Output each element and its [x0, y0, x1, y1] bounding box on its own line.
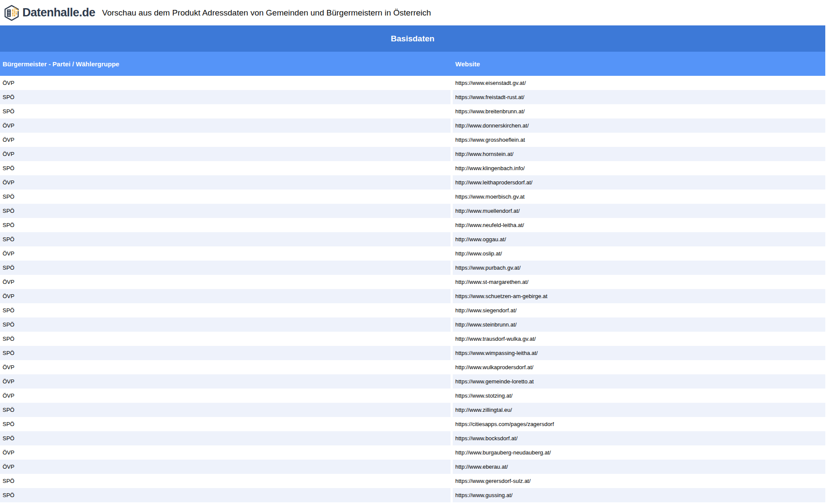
party-cell: ÖVP [0, 289, 453, 303]
table-row: SPÖ https://citiesapps.com/pages/zagersd… [0, 417, 825, 431]
website-cell: https://www.purbach.gv.at/ [453, 261, 825, 275]
scrollbar-track[interactable] [825, 0, 827, 504]
table-row: SPÖ https://www.breitenbrunn.at/ [0, 104, 825, 118]
table-row: SPÖ https://www.gerersdorf-sulz.at/ [0, 474, 825, 488]
website-cell: https://www.gussing.at/ [453, 488, 825, 502]
party-cell: SPÖ [0, 474, 453, 488]
column-header-website: Website [453, 52, 825, 76]
party-cell: ÖVP [0, 389, 453, 403]
website-cell: http://www.zillingtal.eu/ [453, 403, 825, 417]
party-cell: ÖVP [0, 76, 453, 90]
table-row: SPÖ https://www.wimpassing-leitha.at/ [0, 346, 825, 360]
website-cell: https://www.breitenbrunn.at/ [453, 104, 825, 118]
party-cell: SPÖ [0, 261, 453, 275]
website-cell: http://www.st-margarethen.at/ [453, 275, 825, 289]
table-row: ÖVP https://www.eisenstadt.gv.at/ [0, 76, 825, 90]
party-cell: SPÖ [0, 488, 453, 502]
party-cell: SPÖ [0, 332, 453, 346]
page: Datenhalle.de Vorschau aus dem Produkt A… [0, 0, 827, 504]
datenhalle-logo[interactable]: Datenhalle.de [3, 5, 95, 21]
party-cell: SPÖ [0, 431, 453, 445]
table-row: SPÖ https://www.freistadt-rust.at/ [0, 90, 825, 104]
website-cell: https://www.wimpassing-leitha.at/ [453, 346, 825, 360]
party-cell: ÖVP [0, 374, 453, 389]
website-cell: https://www.freistadt-rust.at/ [453, 90, 825, 104]
section-band-label: Basisdaten [391, 34, 434, 44]
website-cell: https://www.schuetzen-am-gebirge.at [453, 289, 825, 303]
table-row: SPÖ https://www.purbach.gv.at/ [0, 261, 825, 275]
table-row: SPÖ http://www.muellendorf.at/ [0, 204, 825, 218]
website-cell: https://www.gerersdorf-sulz.at/ [453, 474, 825, 488]
party-cell: SPÖ [0, 232, 453, 246]
party-cell: SPÖ [0, 403, 453, 417]
table-row: ÖVP https://www.grosshoeflein.at [0, 133, 825, 147]
party-cell: ÖVP [0, 133, 453, 147]
table-row: SPÖ https://www.bocksdorf.at/ [0, 431, 825, 445]
table-row: SPÖ http://www.oggau.at/ [0, 232, 825, 246]
website-cell: http://www.hornstein.at/ [453, 147, 825, 161]
table-row: ÖVP http://www.donnerskirchen.at/ [0, 118, 825, 133]
table-row: ÖVP https://www.stotzing.at/ [0, 389, 825, 403]
preview-table: Bürgermeister - Partei / Wählergruppe We… [0, 52, 825, 502]
party-cell: SPÖ [0, 303, 453, 317]
party-cell: SPÖ [0, 204, 453, 218]
table-row: ÖVP https://www.gemeinde-loretto.at [0, 374, 825, 389]
party-cell: SPÖ [0, 417, 453, 431]
table-row: ÖVP http://www.st-margarethen.at/ [0, 275, 825, 289]
table-row: ÖVP http://www.hornstein.at/ [0, 147, 825, 161]
website-cell: http://www.donnerskirchen.at/ [453, 118, 825, 133]
table-row: SPÖ http://www.steinbrunn.at/ [0, 317, 825, 332]
table-row: ÖVP http://www.burgauberg-neudauberg.at/ [0, 445, 825, 460]
table-row: SPÖ https://www.gussing.at/ [0, 488, 825, 502]
column-header-partei: Bürgermeister - Partei / Wählergruppe [0, 52, 453, 76]
website-cell: https://www.moerbisch.gv.at [453, 190, 825, 204]
table-row: ÖVP https://www.schuetzen-am-gebirge.at [0, 289, 825, 303]
party-cell: ÖVP [0, 460, 453, 474]
website-cell: http://www.muellendorf.at/ [453, 204, 825, 218]
website-cell: http://www.klingenbach.info/ [453, 161, 825, 175]
website-cell: http://www.burgauberg-neudauberg.at/ [453, 445, 825, 460]
website-cell: http://www.siegendorf.at/ [453, 303, 825, 317]
website-cell: http://www.eberau.at/ [453, 460, 825, 474]
party-cell: SPÖ [0, 190, 453, 204]
website-cell: http://www.trausdorf-wulka.gv.at/ [453, 332, 825, 346]
website-cell: https://www.eisenstadt.gv.at/ [453, 76, 825, 90]
party-cell: ÖVP [0, 445, 453, 460]
party-cell: SPÖ [0, 90, 453, 104]
table-header: Bürgermeister - Partei / Wählergruppe We… [0, 52, 825, 76]
table-row: ÖVP http://www.leithaprodersdorf.at/ [0, 175, 825, 190]
party-cell: ÖVP [0, 360, 453, 374]
party-cell: ÖVP [0, 175, 453, 190]
table-row: SPÖ https://www.moerbisch.gv.at [0, 190, 825, 204]
top-bar: Datenhalle.de Vorschau aus dem Produkt A… [0, 0, 827, 25]
website-cell: http://www.oslip.at/ [453, 246, 825, 261]
table-row: SPÖ http://www.siegendorf.at/ [0, 303, 825, 317]
party-cell: ÖVP [0, 246, 453, 261]
party-cell: ÖVP [0, 275, 453, 289]
party-cell: SPÖ [0, 317, 453, 332]
party-cell: ÖVP [0, 147, 453, 161]
table-row: SPÖ http://www.neufeld-leitha.at/ [0, 218, 825, 232]
website-cell: https://citiesapps.com/pages/zagersdorf [453, 417, 825, 431]
table-row: ÖVP http://www.wulkaprodersdorf.at/ [0, 360, 825, 374]
website-cell: http://www.wulkaprodersdorf.at/ [453, 360, 825, 374]
website-cell: https://www.bocksdorf.at/ [453, 431, 825, 445]
party-cell: SPÖ [0, 104, 453, 118]
website-cell: https://www.stotzing.at/ [453, 389, 825, 403]
party-cell: SPÖ [0, 218, 453, 232]
website-cell: http://www.oggau.at/ [453, 232, 825, 246]
page-title: Vorschau aus dem Produkt Adressdaten von… [102, 8, 431, 18]
website-cell: http://www.neufeld-leitha.at/ [453, 218, 825, 232]
website-cell: http://www.steinbrunn.at/ [453, 317, 825, 332]
party-cell: SPÖ [0, 161, 453, 175]
datenhalle-warehouse-icon [3, 5, 20, 21]
party-cell: SPÖ [0, 346, 453, 360]
logo-text: Datenhalle.de [22, 6, 95, 19]
table-row: ÖVP http://www.oslip.at/ [0, 246, 825, 261]
table-row: SPÖ http://www.trausdorf-wulka.gv.at/ [0, 332, 825, 346]
table-row: SPÖ http://www.klingenbach.info/ [0, 161, 825, 175]
website-cell: https://www.gemeinde-loretto.at [453, 374, 825, 389]
table-row: SPÖ http://www.zillingtal.eu/ [0, 403, 825, 417]
website-cell: http://www.leithaprodersdorf.at/ [453, 175, 825, 190]
party-cell: ÖVP [0, 118, 453, 133]
